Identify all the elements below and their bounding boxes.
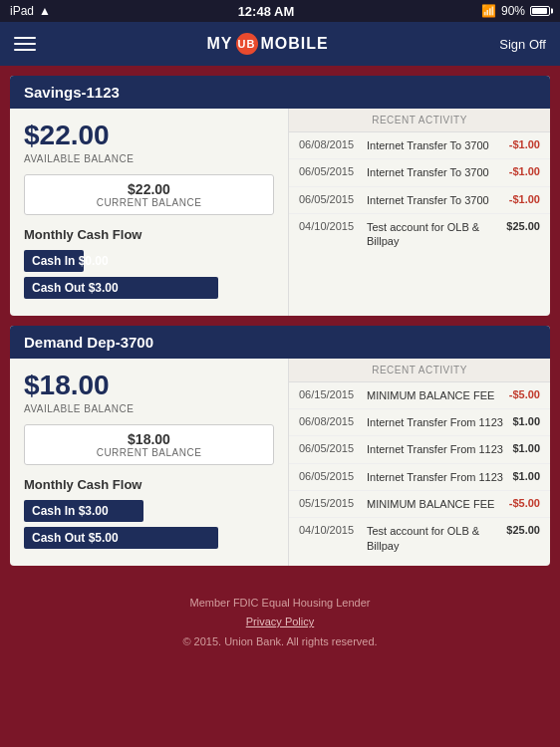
account-body-demand: $18.00 AVAILABLE BALANCE $18.00 CURRENT …	[10, 359, 550, 566]
activity-date: 06/15/2015	[299, 388, 361, 400]
cash-out-bar-demand: Cash Out $5.00	[24, 527, 218, 549]
bluetooth-icon: 📶	[481, 4, 496, 18]
activity-date: 06/08/2015	[299, 415, 361, 427]
available-balance-label-savings: AVAILABLE BALANCE	[24, 153, 274, 164]
account-left-savings: $22.00 AVAILABLE BALANCE $22.00 CURRENT …	[10, 109, 289, 316]
cash-out-demand: Cash Out $5.00	[24, 527, 274, 549]
activity-date: 04/10/2015	[299, 524, 361, 536]
account-body-savings: $22.00 AVAILABLE BALANCE $22.00 CURRENT …	[10, 109, 550, 316]
logo-circle: UB	[236, 33, 258, 55]
activity-desc: Internet Transfer From 1123	[367, 415, 506, 429]
activity-amount: $1.00	[512, 415, 540, 427]
cash-out-savings: Cash Out $3.00	[24, 277, 274, 299]
account-right-demand: RECENT ACTIVITY 06/15/2015 MINIMUM BALAN…	[289, 359, 550, 566]
activity-amount: -$1.00	[509, 193, 540, 205]
logo-suffix: MOBILE	[261, 35, 329, 53]
monthly-cashflow-title-savings: Monthly Cash Flow	[24, 227, 274, 242]
activity-amount: $1.00	[512, 442, 540, 454]
status-right: 📶 90%	[481, 4, 550, 18]
table-row: 04/10/2015 Test account for OLB & Billpa…	[289, 214, 550, 255]
status-bar: iPad ▲ 12:48 AM 📶 90%	[0, 0, 560, 22]
activity-date: 04/10/2015	[299, 220, 361, 232]
activity-desc: Internet Transfer From 1123	[367, 442, 506, 456]
account-card-savings: Savings-1123 $22.00 AVAILABLE BALANCE $2…	[10, 76, 550, 316]
activity-amount: $25.00	[506, 524, 540, 536]
activity-desc: Internet Transfer From 1123	[367, 470, 506, 484]
available-balance-label-demand: AVAILABLE BALANCE	[24, 403, 274, 414]
current-balance-box-demand: $18.00 CURRENT BALANCE	[24, 424, 274, 465]
activity-amount: $25.00	[506, 220, 540, 232]
activity-list-demand: 06/15/2015 MINIMUM BALANCE FEE -$5.00 06…	[289, 382, 550, 559]
wifi-icon: ▲	[39, 4, 51, 18]
current-balance-label-savings: CURRENT BALANCE	[35, 197, 263, 208]
monthly-cashflow-title-demand: Monthly Cash Flow	[24, 477, 274, 492]
account-left-demand: $18.00 AVAILABLE BALANCE $18.00 CURRENT …	[10, 359, 289, 566]
logo-prefix: MY	[207, 35, 233, 53]
footer-line2: © 2015. Union Bank. All rights reserved.	[10, 632, 550, 652]
cash-out-bar-savings: Cash Out $3.00	[24, 277, 218, 299]
table-row: 05/15/2015 MINIMUM BALANCE FEE -$5.00	[289, 491, 550, 518]
account-title-demand: Demand Dep-3700	[10, 326, 550, 359]
main-content: Savings-1123 $22.00 AVAILABLE BALANCE $2…	[0, 66, 560, 576]
carrier-label: iPad	[10, 4, 34, 18]
time-label: 12:48 AM	[238, 4, 295, 19]
account-title-savings: Savings-1123	[10, 76, 550, 109]
battery-percent: 90%	[501, 4, 525, 18]
current-balance-label-demand: CURRENT BALANCE	[35, 447, 263, 458]
activity-amount: -$5.00	[509, 497, 540, 509]
cash-in-bar-demand: Cash In $3.00	[24, 500, 143, 522]
current-balance-box-savings: $22.00 CURRENT BALANCE	[24, 174, 274, 215]
activity-list-savings: 06/08/2015 Internet Transfer To 3700 -$1…	[289, 132, 550, 254]
activity-date: 06/08/2015	[299, 138, 361, 150]
current-balance-amount-demand: $18.00	[35, 431, 263, 447]
battery-icon	[530, 6, 550, 16]
activity-desc: Test account for OLB & Billpay	[367, 220, 500, 249]
sign-off-button[interactable]: Sign Off	[499, 37, 546, 52]
activity-desc: MINIMUM BALANCE FEE	[367, 497, 503, 511]
activity-desc: Internet Transfer To 3700	[367, 138, 503, 152]
app-header: MY UB MOBILE Sign Off	[0, 22, 560, 66]
cash-in-label-demand: Cash In $3.00	[32, 504, 109, 518]
footer: Member FDIC Equal Housing Lender Privacy…	[0, 576, 560, 672]
cash-out-label-demand: Cash Out $5.00	[32, 531, 119, 545]
available-balance-amount-demand: $18.00	[24, 371, 274, 401]
table-row: 06/15/2015 MINIMUM BALANCE FEE -$5.00	[289, 382, 550, 409]
activity-amount: -$1.00	[509, 138, 540, 150]
activity-desc: MINIMUM BALANCE FEE	[367, 388, 503, 402]
activity-date: 05/15/2015	[299, 497, 361, 509]
activity-date: 06/05/2015	[299, 470, 361, 482]
app-logo: MY UB MOBILE	[207, 33, 329, 55]
status-left: iPad ▲	[10, 4, 51, 18]
activity-amount: -$5.00	[509, 388, 540, 400]
activity-amount: -$1.00	[509, 165, 540, 177]
privacy-policy-link[interactable]: Privacy Policy	[246, 616, 314, 627]
table-row: 06/08/2015 Internet Transfer From 1123 $…	[289, 409, 550, 436]
cash-in-demand: Cash In $3.00	[24, 500, 274, 522]
table-row: 06/05/2015 Internet Transfer From 1123 $…	[289, 436, 550, 463]
current-balance-amount-savings: $22.00	[35, 181, 263, 197]
account-right-savings: RECENT ACTIVITY 06/08/2015 Internet Tran…	[289, 109, 550, 316]
table-row: 06/05/2015 Internet Transfer To 3700 -$1…	[289, 159, 550, 186]
cash-in-label-savings: Cash In $0.00	[32, 254, 109, 268]
cash-in-savings: Cash In $0.00	[24, 250, 274, 272]
activity-date: 06/05/2015	[299, 442, 361, 454]
table-row: 06/05/2015 Internet Transfer To 3700 -$1…	[289, 187, 550, 214]
activity-date: 06/05/2015	[299, 165, 361, 177]
footer-line1: Member FDIC Equal Housing Lender	[10, 594, 550, 614]
table-row: 06/08/2015 Internet Transfer To 3700 -$1…	[289, 132, 550, 159]
activity-amount: $1.00	[512, 470, 540, 482]
activity-date: 06/05/2015	[299, 193, 361, 205]
cash-out-label-savings: Cash Out $3.00	[32, 281, 119, 295]
menu-button[interactable]	[14, 37, 36, 51]
recent-activity-header-savings: RECENT ACTIVITY	[289, 109, 550, 132]
activity-desc: Test account for OLB & Billpay	[367, 524, 500, 553]
recent-activity-header-demand: RECENT ACTIVITY	[289, 359, 550, 382]
available-balance-amount-savings: $22.00	[24, 121, 274, 151]
cash-in-bar-savings: Cash In $0.00	[24, 250, 84, 272]
activity-desc: Internet Transfer To 3700	[367, 165, 503, 179]
account-card-demand: Demand Dep-3700 $18.00 AVAILABLE BALANCE…	[10, 326, 550, 566]
table-row: 04/10/2015 Test account for OLB & Billpa…	[289, 518, 550, 559]
activity-desc: Internet Transfer To 3700	[367, 193, 503, 207]
table-row: 06/05/2015 Internet Transfer From 1123 $…	[289, 464, 550, 491]
